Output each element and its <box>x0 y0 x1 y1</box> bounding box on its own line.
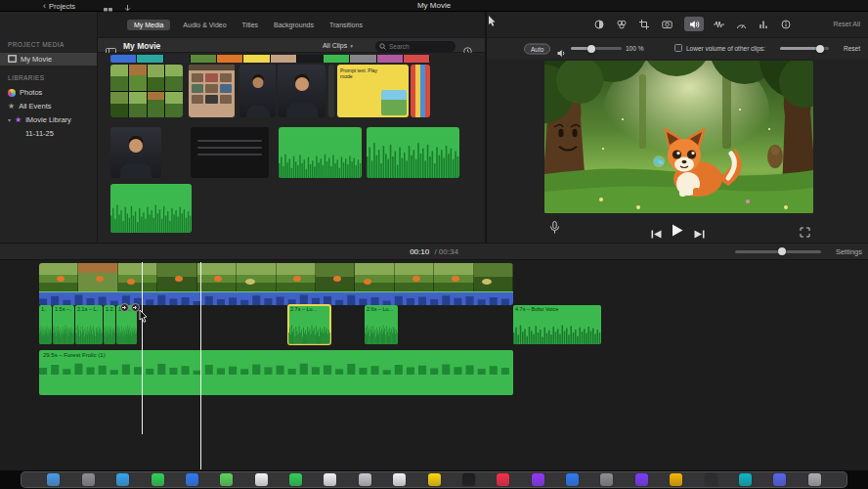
tab-titles[interactable]: Titles <box>239 20 261 30</box>
thumb-colorful[interactable] <box>411 65 430 117</box>
clip-filter-dropdown[interactable]: All Clips ▾ <box>323 38 353 54</box>
equalizer-icon[interactable] <box>757 18 770 31</box>
thumb-webcam-man[interactable] <box>278 65 326 117</box>
tab-transitions[interactable]: Transitions <box>326 20 366 30</box>
audio-clip[interactable]: 1.5s –.. <box>53 305 74 344</box>
video-audio-waveform[interactable] <box>39 291 513 305</box>
dock-icon-editor[interactable] <box>739 473 752 486</box>
thumb-sliver[interactable] <box>328 65 334 117</box>
dock-icon-imovie[interactable] <box>635 473 648 486</box>
play-button[interactable] <box>672 223 683 241</box>
microphone-icon[interactable] <box>549 221 560 239</box>
thumb-webcam-dark[interactable] <box>110 127 161 178</box>
sidebar-item-label: My Movie <box>21 55 52 64</box>
dock-icon-tv[interactable] <box>462 473 475 486</box>
tab-backgrounds[interactable]: Backgrounds <box>271 20 317 30</box>
audio-clip[interactable]: 2.1s – L... <box>75 305 103 344</box>
clip-label: 29.5s – Forest Frolic (1) <box>43 352 106 358</box>
dock-icon-trash[interactable] <box>808 473 821 486</box>
dock-icon-appstore[interactable] <box>566 473 579 486</box>
thumb-audio-clip[interactable] <box>110 184 192 233</box>
volume-icon[interactable] <box>684 17 704 31</box>
strip-segment <box>377 55 404 63</box>
tab-audio-video[interactable]: Audio & Video <box>180 20 229 30</box>
slider-knob[interactable] <box>816 45 824 53</box>
thumb-prompt-slide[interactable]: Prompt text. Play mode <box>337 65 409 117</box>
audio-clip[interactable]: 1.2... <box>104 305 115 344</box>
dock-icon-chat[interactable] <box>773 473 786 486</box>
sidebar-item-photos[interactable]: Photos <box>0 86 97 99</box>
audio-clip[interactable]: 4.7s – Bobo Voice <box>513 305 601 344</box>
dock-icon-mail[interactable] <box>186 473 198 486</box>
dock-icon-finder[interactable] <box>47 473 60 486</box>
clip-label: 2.1s – L... <box>77 306 101 312</box>
playhead[interactable] <box>200 262 201 469</box>
speed-icon[interactable] <box>734 18 748 31</box>
audio-clip-selected[interactable]: 2.7s – Lu... <box>288 305 330 344</box>
dock-icon-calendar[interactable] <box>324 473 336 486</box>
dock-icon-contacts[interactable] <box>359 473 371 486</box>
tab-my-media[interactable]: My Media <box>127 20 170 30</box>
strip-segment <box>297 55 324 63</box>
reset-all-button[interactable]: Reset All <box>833 12 860 37</box>
sidebar-item-imovie-library[interactable]: ▾ ★ iMovie Library <box>0 113 97 126</box>
audio-clip[interactable]: 2.6s – Lu... <box>365 305 398 344</box>
app-tile <box>220 84 232 93</box>
timeline-zoom-slider[interactable] <box>735 250 821 253</box>
slider-knob[interactable] <box>587 45 595 53</box>
search-input[interactable] <box>389 43 452 50</box>
color-balance-icon[interactable] <box>592 18 606 31</box>
video-clip[interactable] <box>39 263 513 291</box>
dock-icon-pages[interactable] <box>670 473 682 486</box>
lower-volume-slider[interactable] <box>780 47 829 50</box>
timeline-settings-button[interactable]: Settings <box>836 244 862 261</box>
sidebar-item-label: All Events <box>19 102 51 111</box>
skimmer[interactable] <box>142 262 143 434</box>
auto-button[interactable]: Auto <box>524 43 550 54</box>
thumb-cartoon-strip[interactable] <box>110 65 183 117</box>
volume-slider[interactable] <box>571 47 622 50</box>
thumb-screen-dark[interactable] <box>191 127 269 178</box>
dock-icon-facetime[interactable] <box>289 473 302 486</box>
thumb-website[interactable] <box>189 65 235 117</box>
adjust-toolbar: Reset All <box>487 12 868 37</box>
dock-icon-podcasts[interactable] <box>532 473 544 486</box>
dock-icon-reminders[interactable] <box>393 473 406 486</box>
dock-icon-terminal[interactable] <box>705 473 717 486</box>
music-clip[interactable]: 29.5s – Forest Frolic (1) <box>39 350 513 395</box>
stabilization-icon[interactable] <box>660 18 673 31</box>
dock-icon-music[interactable] <box>497 473 509 486</box>
lower-volume-checkbox[interactable] <box>674 44 682 52</box>
sync-badge-icon[interactable] <box>120 303 129 312</box>
color-correction-icon[interactable] <box>615 18 629 31</box>
thumb-person-dark[interactable] <box>239 65 276 117</box>
reset-button[interactable]: Reset <box>844 38 860 60</box>
dock-icon-settings[interactable] <box>600 473 613 486</box>
dock-icon-launchpad[interactable] <box>82 473 95 486</box>
strip-segment <box>324 55 350 63</box>
noise-reduction-icon[interactable] <box>712 18 725 31</box>
timeline[interactable]: 1.. 1.5s –.. 2.1s – L... 1.2... 1.9s.. 2… <box>0 260 868 471</box>
dock-icon-safari[interactable] <box>116 473 129 486</box>
crop-icon[interactable] <box>637 18 651 31</box>
strip-segment <box>164 55 191 63</box>
sidebar-item-library-date[interactable]: 11-11-25 <box>0 127 97 140</box>
search-field[interactable] <box>375 41 456 52</box>
sidebar-item-my-movie[interactable]: My Movie <box>0 53 97 66</box>
dock-icon-maps[interactable] <box>220 473 233 486</box>
thumb-audio-clip[interactable] <box>279 127 362 178</box>
fullscreen-icon[interactable] <box>800 224 810 242</box>
sidebar-item-all-events[interactable]: ★ All Events <box>0 100 97 112</box>
dock-icon-notes[interactable] <box>428 473 441 486</box>
thumb-audio-clip[interactable] <box>367 127 459 178</box>
chevron-down-icon[interactable]: ▾ <box>8 116 11 123</box>
head-shape <box>252 77 263 88</box>
dock-icon-photos[interactable] <box>255 473 268 486</box>
star-icon: ★ <box>8 103 15 111</box>
skip-forward-button[interactable] <box>694 225 705 243</box>
skip-back-button[interactable] <box>651 225 662 243</box>
audio-clip[interactable]: 1.. <box>39 305 52 344</box>
dock-icon-messages[interactable] <box>152 473 164 486</box>
titlebar: ‹ Projects My Movie <box>0 0 868 12</box>
info-icon[interactable] <box>779 18 793 31</box>
